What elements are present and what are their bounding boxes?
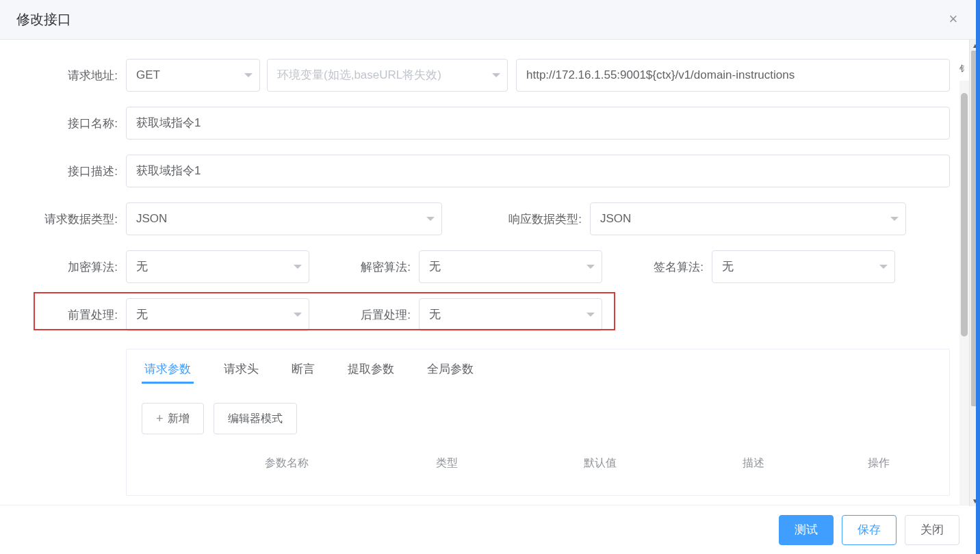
label-request-url: 请求地址: <box>30 68 126 83</box>
method-value: GET <box>136 68 160 81</box>
api-desc-input[interactable]: 获取域指令1 <box>126 155 950 187</box>
post-process-value: 无 <box>429 308 441 321</box>
chevron-down-icon <box>244 73 253 77</box>
chevron-down-icon <box>426 217 435 221</box>
plus-icon: + <box>156 412 164 425</box>
dec-algo-select[interactable]: 无 <box>419 250 602 283</box>
env-var-placeholder: 环境变量(如选,baseURL将失效) <box>277 68 441 81</box>
col-desc: 描述 <box>684 456 823 471</box>
chevron-down-icon <box>492 73 500 77</box>
api-desc-value: 获取域指令1 <box>136 164 201 177</box>
label-api-desc: 接口描述: <box>30 163 126 179</box>
right-edge-accent <box>976 0 980 554</box>
param-table-header: 参数名称 类型 默认值 描述 操作 <box>142 447 934 480</box>
label-req-data-type: 请求数据类型: <box>30 211 126 227</box>
row-api-desc: 接口描述: 获取域指令1 <box>30 155 950 187</box>
save-button[interactable]: 保存 <box>842 515 897 545</box>
sign-algo-select[interactable]: 无 <box>712 250 895 283</box>
row-algorithms: 加密算法: 无 解密算法: 无 签名算法: 无 <box>30 250 950 283</box>
chevron-down-icon <box>294 313 302 317</box>
row-process: 前置处理: 无 后置处理: 无 <box>30 298 950 331</box>
enc-algo-select[interactable]: 无 <box>126 250 309 283</box>
chevron-down-icon <box>890 217 899 221</box>
label-post-process: 后置处理: <box>309 307 419 323</box>
dialog-title: 修改接口 <box>16 10 71 29</box>
dialog-footer: 测试 保存 关闭 <box>0 505 980 554</box>
tab-global-params[interactable]: 全局参数 <box>424 349 476 388</box>
dec-algo-value: 无 <box>429 260 441 273</box>
env-var-select[interactable]: 环境变量(如选,baseURL将失效) <box>267 59 508 92</box>
tab-request-params[interactable]: 请求参数 <box>142 349 194 388</box>
tab-extract-params[interactable]: 提取参数 <box>345 349 397 388</box>
editor-mode-button[interactable]: 编辑器模式 <box>214 403 297 434</box>
col-type: 类型 <box>377 456 516 471</box>
params-tabs-container: 请求参数 请求头 断言 提取参数 全局参数 + 新增 编辑器模式 参数名称 类型… <box>126 349 950 496</box>
scrollbar-thumb[interactable] <box>961 93 968 337</box>
row-api-name: 接口名称: 获取域指令1 <box>30 107 950 140</box>
chevron-down-icon <box>586 313 595 317</box>
add-button[interactable]: + 新增 <box>142 403 204 434</box>
dialog-header: 修改接口 × <box>0 0 980 40</box>
chevron-down-icon <box>294 265 302 269</box>
method-select[interactable]: GET <box>126 59 260 92</box>
row-request-url: 请求地址: GET 环境变量(如选,baseURL将失效) http://172… <box>30 59 950 92</box>
tab-actions-row: + 新增 编辑器模式 <box>142 403 934 434</box>
chevron-down-icon <box>879 265 888 269</box>
res-data-type-select[interactable]: JSON <box>590 202 906 235</box>
tabs-header: 请求参数 请求头 断言 提取参数 全局参数 <box>127 349 949 388</box>
pre-process-value: 无 <box>136 308 148 321</box>
post-process-select[interactable]: 无 <box>419 298 602 331</box>
chevron-down-icon <box>586 265 595 269</box>
label-pre-process: 前置处理: <box>30 307 126 323</box>
req-data-type-value: JSON <box>136 212 167 225</box>
col-param-name: 参数名称 <box>142 456 377 471</box>
label-sign-algo: 签名算法: <box>602 259 712 275</box>
edge-glyph: 钅 <box>959 63 968 75</box>
dialog-body: 请求地址: GET 环境变量(如选,baseURL将失效) http://172… <box>0 40 980 505</box>
col-action: 操作 <box>823 456 934 471</box>
api-name-value: 获取域指令1 <box>136 116 201 129</box>
dialog-scrollbar[interactable] <box>959 81 969 505</box>
editor-mode-label: 编辑器模式 <box>228 412 283 426</box>
sign-algo-value: 无 <box>722 260 734 273</box>
res-data-type-value: JSON <box>600 212 631 225</box>
tab-assertions[interactable]: 断言 <box>289 349 318 388</box>
tab-content: + 新增 编辑器模式 参数名称 类型 默认值 描述 操作 <box>127 388 949 495</box>
add-label: 新增 <box>168 412 190 426</box>
tab-request-headers[interactable]: 请求头 <box>221 349 261 388</box>
enc-algo-value: 无 <box>136 260 148 273</box>
close-button[interactable]: 关闭 <box>905 515 959 545</box>
url-input[interactable]: http://172.16.1.55:9001${ctx}/v1/domain-… <box>516 59 950 92</box>
test-button[interactable]: 测试 <box>779 515 834 545</box>
api-name-input[interactable]: 获取域指令1 <box>126 107 950 140</box>
req-data-type-select[interactable]: JSON <box>126 202 442 235</box>
label-res-data-type: 响应数据类型: <box>442 211 590 227</box>
label-api-name: 接口名称: <box>30 116 126 131</box>
label-dec-algo: 解密算法: <box>309 259 419 275</box>
label-enc-algo: 加密算法: <box>30 259 126 275</box>
url-value: http://172.16.1.55:9001${ctx}/v1/domain-… <box>526 68 795 81</box>
pre-process-select[interactable]: 无 <box>126 298 309 331</box>
close-icon[interactable]: × <box>943 10 964 30</box>
col-default: 默认值 <box>517 456 684 471</box>
row-data-types: 请求数据类型: JSON 响应数据类型: JSON <box>30 202 950 235</box>
